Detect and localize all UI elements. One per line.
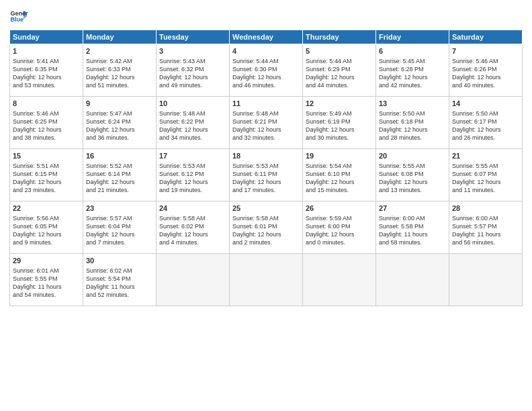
day-info-line: Daylight: 12 hours <box>86 126 153 134</box>
calendar-cell <box>157 254 230 306</box>
day-info-line: and 23 minutes. <box>13 186 80 194</box>
day-info-line: Sunrise: 5:52 AM <box>86 162 153 170</box>
day-info-line: Sunrise: 5:47 AM <box>86 109 153 118</box>
day-info-line: Sunrise: 5:49 AM <box>306 109 373 118</box>
day-info-line: Daylight: 12 hours <box>86 230 153 238</box>
day-number: 5 <box>306 46 373 56</box>
day-info-line: and 49 minutes. <box>159 81 226 89</box>
calendar-cell: 13Sunrise: 5:50 AMSunset: 6:18 PMDayligh… <box>376 97 449 149</box>
calendar-cell: 9Sunrise: 5:47 AMSunset: 6:24 PMDaylight… <box>83 97 157 149</box>
col-header-sunday: Sunday <box>10 30 83 44</box>
day-info-line: Sunset: 6:32 PM <box>159 65 226 73</box>
day-info-line: Sunrise: 5:53 AM <box>232 162 300 170</box>
day-info-line: Sunset: 6:28 PM <box>379 65 446 73</box>
day-number: 15 <box>13 151 80 161</box>
day-number: 23 <box>86 203 153 214</box>
day-info-line: Sunrise: 5:50 AM <box>452 109 519 118</box>
day-info-line: Daylight: 12 hours <box>306 230 373 238</box>
calendar-body: 1Sunrise: 5:41 AMSunset: 6:35 PMDaylight… <box>10 44 523 306</box>
day-number: 10 <box>159 99 226 109</box>
calendar-cell: 6Sunrise: 5:45 AMSunset: 6:28 PMDaylight… <box>376 44 449 97</box>
day-info-line: Sunrise: 5:48 AM <box>159 109 226 118</box>
day-info-line: Sunset: 6:21 PM <box>232 118 300 126</box>
calendar-cell <box>376 254 449 306</box>
day-info-line: Daylight: 12 hours <box>13 73 80 81</box>
logo-icon: General Blue <box>9 7 28 26</box>
day-info-line: Sunset: 5:55 PM <box>13 275 80 283</box>
day-info-line: Sunrise: 5:44 AM <box>306 57 373 65</box>
col-header-tuesday: Tuesday <box>157 30 230 44</box>
calendar-cell: 21Sunrise: 5:55 AMSunset: 6:07 PMDayligh… <box>449 149 523 201</box>
day-info-line: and 0 minutes. <box>306 238 373 246</box>
week-row-5: 29Sunrise: 6:01 AMSunset: 5:55 PMDayligh… <box>10 254 523 306</box>
col-header-wednesday: Wednesday <box>230 30 303 44</box>
day-number: 17 <box>159 151 226 161</box>
day-info-line: Daylight: 12 hours <box>306 73 373 81</box>
day-info-line: Sunset: 6:24 PM <box>86 118 153 126</box>
day-info-line: Sunset: 6:00 PM <box>306 222 373 230</box>
day-number: 30 <box>86 256 153 266</box>
day-number: 1 <box>13 46 80 56</box>
logo: General Blue <box>9 7 28 26</box>
day-number: 16 <box>86 151 153 161</box>
day-info-line: Sunset: 6:17 PM <box>452 118 519 126</box>
day-info-line: and 26 minutes. <box>452 134 519 142</box>
calendar-cell: 26Sunrise: 5:59 AMSunset: 6:00 PMDayligh… <box>303 201 376 254</box>
calendar-cell: 23Sunrise: 5:57 AMSunset: 6:04 PMDayligh… <box>83 201 157 254</box>
day-info-line: Sunset: 6:35 PM <box>13 65 80 73</box>
day-info-line: and 38 minutes. <box>13 134 80 142</box>
day-info-line: and 9 minutes. <box>13 238 80 246</box>
day-number: 7 <box>452 46 519 56</box>
day-number: 20 <box>379 151 446 161</box>
day-info-line: and 15 minutes. <box>306 186 373 194</box>
day-info-line: Sunset: 6:11 PM <box>232 170 300 178</box>
calendar-cell: 27Sunrise: 6:00 AMSunset: 5:58 PMDayligh… <box>376 201 449 254</box>
day-info-line: Sunset: 6:30 PM <box>232 65 300 73</box>
day-number: 27 <box>379 203 446 214</box>
day-info-line: and 28 minutes. <box>379 134 446 142</box>
calendar-cell: 5Sunrise: 5:44 AMSunset: 6:29 PMDaylight… <box>303 44 376 97</box>
calendar-cell: 16Sunrise: 5:52 AMSunset: 6:14 PMDayligh… <box>83 149 157 201</box>
day-info-line: Sunset: 6:29 PM <box>306 65 373 73</box>
day-info-line: Sunset: 6:04 PM <box>86 222 153 230</box>
day-info-line: Sunset: 6:26 PM <box>452 65 519 73</box>
day-info-line: Daylight: 12 hours <box>232 73 300 81</box>
day-number: 12 <box>306 99 373 109</box>
calendar-header-row: SundayMondayTuesdayWednesdayThursdayFrid… <box>10 30 523 44</box>
calendar-cell: 30Sunrise: 6:02 AMSunset: 5:54 PMDayligh… <box>83 254 157 306</box>
day-info-line: Daylight: 12 hours <box>232 230 300 238</box>
day-info-line: Sunset: 5:57 PM <box>452 222 519 230</box>
calendar-cell: 8Sunrise: 5:46 AMSunset: 6:25 PMDaylight… <box>10 97 83 149</box>
day-info-line: Sunrise: 6:00 AM <box>452 214 519 222</box>
day-info-line: and 2 minutes. <box>232 238 300 246</box>
calendar-cell: 7Sunrise: 5:46 AMSunset: 6:26 PMDaylight… <box>449 44 523 97</box>
day-info-line: Daylight: 12 hours <box>452 178 519 186</box>
week-row-3: 15Sunrise: 5:51 AMSunset: 6:15 PMDayligh… <box>10 149 523 201</box>
day-info-line: Daylight: 11 hours <box>379 230 446 238</box>
day-info-line: Daylight: 11 hours <box>13 283 80 291</box>
calendar-cell: 11Sunrise: 5:48 AMSunset: 6:21 PMDayligh… <box>230 97 303 149</box>
day-info-line: Sunset: 6:10 PM <box>306 170 373 178</box>
calendar-cell <box>449 254 523 306</box>
day-info-line: and 13 minutes. <box>379 186 446 194</box>
day-number: 13 <box>379 99 446 109</box>
day-info-line: Sunset: 6:12 PM <box>159 170 226 178</box>
day-number: 26 <box>306 203 373 214</box>
day-info-line: Sunrise: 5:51 AM <box>13 162 80 170</box>
day-info-line: Daylight: 12 hours <box>13 230 80 238</box>
day-number: 19 <box>306 151 373 161</box>
day-info-line: Daylight: 12 hours <box>379 126 446 134</box>
calendar-cell: 29Sunrise: 6:01 AMSunset: 5:55 PMDayligh… <box>10 254 83 306</box>
day-info-line: Sunrise: 5:58 AM <box>232 214 300 222</box>
day-info-line: Sunrise: 5:42 AM <box>86 57 153 65</box>
col-header-friday: Friday <box>376 30 449 44</box>
calendar-cell: 25Sunrise: 5:58 AMSunset: 6:01 PMDayligh… <box>230 201 303 254</box>
day-info-line: and 58 minutes. <box>379 238 446 246</box>
day-info-line: and 53 minutes. <box>13 81 80 89</box>
day-info-line: Daylight: 12 hours <box>452 73 519 81</box>
day-number: 4 <box>232 46 300 56</box>
day-info-line: and 19 minutes. <box>159 186 226 194</box>
day-info-line: Daylight: 12 hours <box>306 178 373 186</box>
day-info-line: Daylight: 12 hours <box>232 178 300 186</box>
day-info-line: Daylight: 12 hours <box>86 178 153 186</box>
